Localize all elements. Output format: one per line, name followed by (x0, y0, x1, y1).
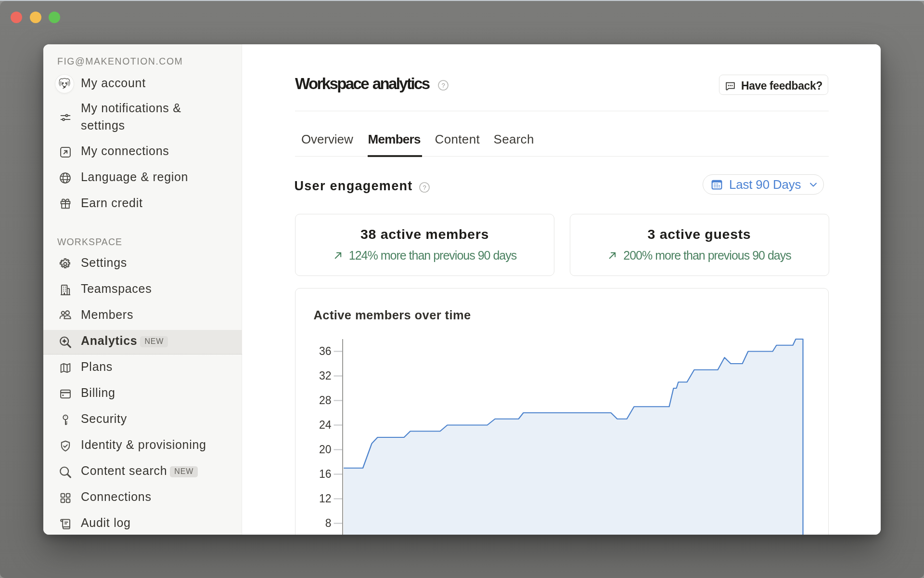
svg-text:?: ? (441, 82, 445, 89)
svg-text:8: 8 (325, 517, 331, 529)
svg-text:36: 36 (319, 345, 331, 357)
svg-text:12: 12 (319, 492, 331, 505)
svg-text:24: 24 (319, 419, 331, 431)
svg-text:16: 16 (319, 468, 331, 480)
svg-text:28: 28 (319, 394, 331, 407)
svg-text:?: ? (423, 184, 426, 191)
svg-text:32: 32 (319, 369, 331, 382)
svg-text:20: 20 (319, 443, 331, 456)
